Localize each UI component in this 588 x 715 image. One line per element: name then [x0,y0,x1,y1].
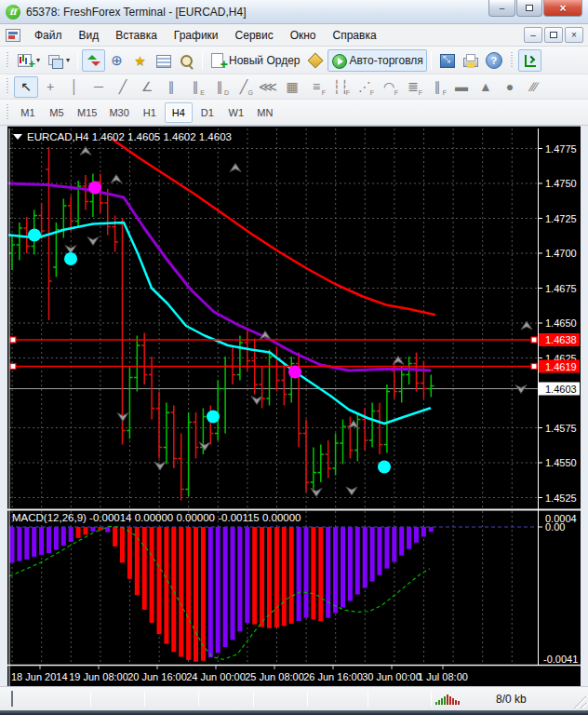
chart-canvas[interactable]: 1.47751.47501.47251.47001.46751.46501.46… [7,127,581,687]
terminal-window: ff 65378: FreshForex Terminal - [EURCAD,… [0,0,588,715]
timeframe-w1-button[interactable]: W1 [222,102,250,123]
toolbar-separator [431,51,432,70]
gann-fan-icon: ⋘ [259,79,277,94]
menu-item-файл[interactable]: Файл [26,26,71,45]
vertical-line-tool-button[interactable]: │ [62,76,87,98]
price-tick-label: 1.4700 [545,248,577,259]
timeframe-m30-button[interactable]: M30 [103,102,134,123]
macd-histogram-bar [113,527,117,546]
market-watch-icon [86,53,101,68]
gann-line-icon: ╱ [240,79,247,94]
timeframe-h4-button[interactable]: H4 [165,102,193,123]
stddev-channel-tool-button[interactable]: ∥D [207,76,232,98]
tool-sub-label: G [248,89,253,96]
menu-item-справка[interactable]: Справка [325,26,385,45]
ellipse-icon: ● [506,79,514,94]
print-button[interactable] [459,49,482,72]
toolbar-grip[interactable] [5,104,11,121]
horizontal-line-tool-button[interactable]: ─ [87,76,111,98]
rectangle-tool-button[interactable]: ▬ [449,76,474,98]
resize-grip[interactable] [571,694,586,708]
fibo-channel-tool-button[interactable]: ∥F [425,76,449,98]
regression-channel-tool-button[interactable]: ∥ [159,76,183,98]
timeframe-d1-button[interactable]: D1 [194,102,221,123]
toolbar-grip[interactable] [5,78,11,95]
trend-by-angle-tool-button[interactable]: ∠ [135,76,159,98]
help-button[interactable]: ? [482,49,506,72]
equidistant-channel-tool-button[interactable]: ∥E [183,76,207,98]
menu-item-вставка[interactable]: Вставка [107,26,166,45]
timeframe-m5-button[interactable]: M5 [43,102,71,123]
menu-item-окно[interactable]: Окно [282,26,325,45]
minimize-icon: – [500,3,505,13]
new-chart-button[interactable]: ▾ [14,49,44,72]
timeframe-h1-button[interactable]: H1 [136,102,164,123]
fibo-timezones-tool-button[interactable]: ┆┆F [328,76,353,98]
maximize-button[interactable] [516,0,542,17]
title-bar[interactable]: ff 65378: FreshForex Terminal - [EURCAD,… [0,0,588,24]
mdi-restore-button[interactable] [544,27,563,43]
window-frame-bottom [0,710,588,715]
time-tick-label: 20 Jun 16:00 [127,671,187,682]
gann-grid-tool-button[interactable]: ▦ [280,76,304,98]
gann-fan-tool-button[interactable]: ⋘ [256,76,280,98]
statusbar-separator [90,691,91,707]
symbol-collapse-triangle [13,134,22,140]
mdi-close-icon: × [571,30,577,40]
close-icon: × [559,2,566,15]
rectangle-icon: ▬ [455,79,468,94]
toolbar-grip[interactable] [509,52,515,69]
close-button[interactable]: × [543,0,582,17]
macd-histogram-bar [17,527,21,561]
menu-item-графики[interactable]: Графики [166,26,227,45]
horizontal-line-icon: ─ [94,79,103,94]
autotrading-button[interactable]: Авто-торговля [327,49,427,72]
metaeditor-button[interactable] [304,49,327,72]
triangle-tool-button[interactable]: ▲ [474,76,498,98]
tool-sub-label: D [224,89,229,96]
strategy-tester-button[interactable] [175,49,198,72]
crosshair-tool-button[interactable]: + [38,76,62,98]
data-window-button[interactable]: ⊕ [105,49,128,72]
fibo-arcs-tool-button[interactable]: ◠F [377,76,401,98]
cyan-signal-dot [28,229,41,242]
timeframe-m1-button[interactable]: M1 [14,102,42,123]
help-icon: ? [486,52,502,69]
fullscreen-button[interactable] [435,49,459,72]
timeframe-m15-button[interactable]: M15 [72,102,102,123]
mdi-minimize-button[interactable]: – [524,27,542,43]
timeframe-mn-button[interactable]: MN [251,102,279,123]
market-watch-button[interactable] [82,49,105,72]
macd-histogram-bar [164,527,168,644]
chart-window[interactable]: 1.47751.47501.47251.47001.46751.46501.46… [7,126,581,686]
menu-item-вид[interactable]: Вид [71,26,108,45]
fibo-expansion-tool-button[interactable]: ≣F [401,76,425,98]
chart-axes-button[interactable] [518,49,541,72]
profiles-button[interactable]: ▾ [44,49,74,72]
fibo-fan-tool-button[interactable]: ⋰F [353,76,377,98]
ellipse-tool-button[interactable]: ● [498,76,522,98]
fractal-down-arrow [346,487,357,495]
cursor-tool-button[interactable]: ↖ [14,76,38,98]
macd-histogram-bar [201,527,206,661]
macd-histogram-bar [326,527,330,618]
crosshair-icon: ⊕ [109,53,125,68]
magenta-signal-dot [288,366,301,379]
pitchfork-tool-button[interactable]: ∕∕∕ [522,76,546,98]
cursor-icon: ↖ [20,79,32,94]
minimize-button[interactable]: – [488,0,515,17]
fibo-retracement-tool-button[interactable]: ≡F [304,76,328,98]
printer-icon [462,53,478,68]
gann-line-tool-button[interactable]: ╱G [232,76,256,98]
macd-histogram-bar [341,527,345,607]
fibo-expansion-icon: ≣ [408,79,419,94]
mdi-close-button[interactable]: × [565,27,583,43]
toolbar-grip[interactable] [5,52,11,69]
terminal-panel-button[interactable] [152,49,175,72]
trendline-tool-button[interactable]: ╱ [111,76,135,98]
navigator-button[interactable]: ★ [128,49,152,72]
menu-item-сервис[interactable]: Сервис [227,26,282,45]
new-order-button[interactable]: Новый Ордер [207,49,303,72]
autotrading-label: Авто-торговля [350,54,423,67]
hline-handle [10,337,16,343]
